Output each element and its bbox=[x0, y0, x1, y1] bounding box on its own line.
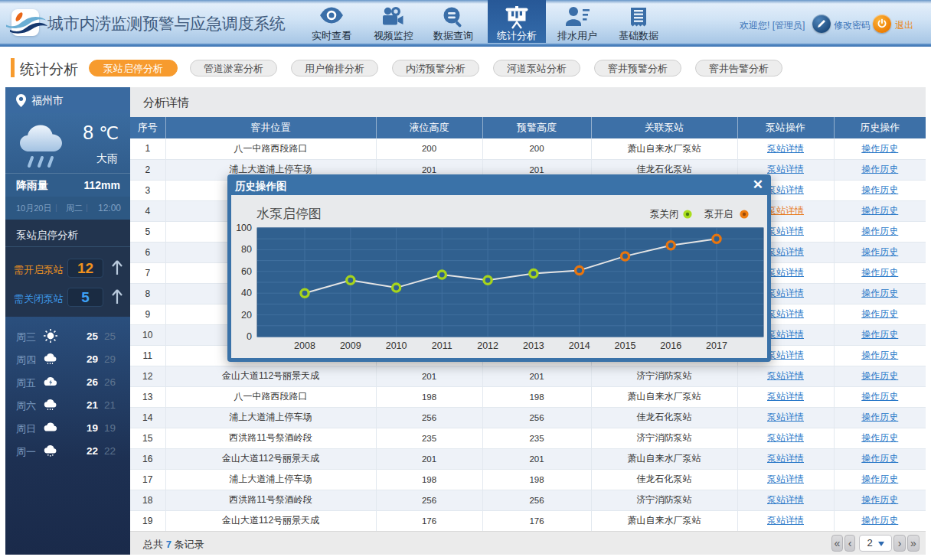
svg-text:80: 80 bbox=[241, 244, 252, 255]
svg-text:2010: 2010 bbox=[386, 340, 407, 351]
svg-text:2015: 2015 bbox=[615, 340, 636, 351]
svg-text:0: 0 bbox=[247, 331, 252, 342]
svg-text:2009: 2009 bbox=[340, 340, 361, 351]
svg-text:2013: 2013 bbox=[523, 340, 544, 351]
svg-text:20: 20 bbox=[241, 310, 252, 321]
svg-text:2012: 2012 bbox=[477, 340, 498, 351]
svg-text:2014: 2014 bbox=[569, 340, 590, 351]
svg-text:2011: 2011 bbox=[432, 340, 452, 351]
svg-text:2017: 2017 bbox=[706, 340, 727, 351]
svg-text:100: 100 bbox=[236, 223, 252, 233]
svg-text:2008: 2008 bbox=[294, 340, 315, 351]
svg-text:60: 60 bbox=[241, 266, 252, 277]
svg-text:2016: 2016 bbox=[660, 340, 681, 351]
svg-text:40: 40 bbox=[241, 288, 252, 298]
